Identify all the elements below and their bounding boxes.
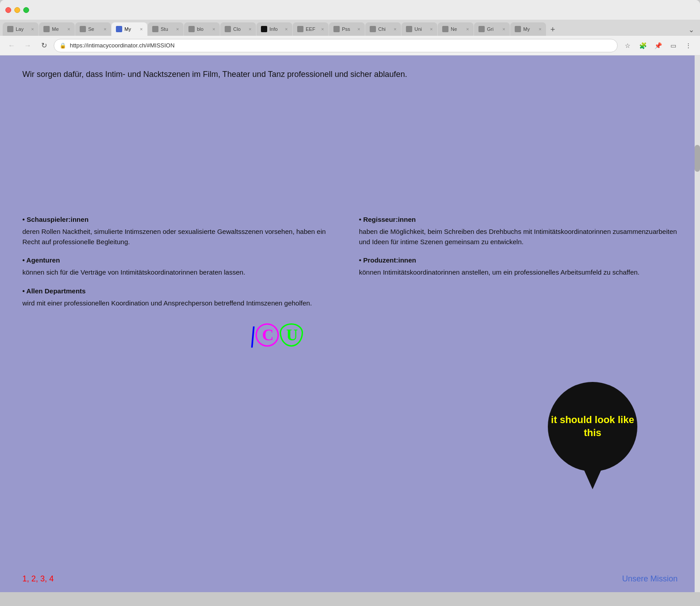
- tab-close-icon[interactable]: ×: [430, 26, 433, 32]
- tabs-bar: Lay × Me × Se × My × Stu × blo ×: [0, 20, 700, 36]
- tab-favicon: [478, 26, 485, 32]
- list-item-producers: • Produzent:innen können Intimitätskoord…: [359, 255, 678, 278]
- tab-label: EEF: [306, 26, 319, 32]
- tab-close-icon[interactable]: ×: [68, 26, 70, 32]
- browser-actions: ☆ 🧩 📌 ▭ ⋮: [621, 39, 695, 52]
- tab-close-icon[interactable]: ×: [249, 26, 252, 32]
- tab-se[interactable]: Se ×: [75, 22, 111, 36]
- bottom-bar: 1, 2, 3, 4 Unsere Mission: [0, 565, 700, 592]
- tab-favicon: [188, 26, 195, 32]
- tab-favicon: [297, 26, 303, 32]
- tab-favicon: [43, 26, 50, 32]
- tab-clo[interactable]: Clo ×: [220, 22, 256, 36]
- tab-close-icon[interactable]: ×: [213, 26, 215, 32]
- sidebar-icon[interactable]: ▭: [667, 39, 679, 52]
- tab-close-icon[interactable]: ×: [358, 26, 360, 32]
- tab-close-icon[interactable]: ×: [503, 26, 505, 32]
- tab-close-icon[interactable]: ×: [104, 26, 107, 32]
- list-item-desc-producers: können Intimitätskoordinatorinnen anstel…: [359, 267, 678, 278]
- scrollbar[interactable]: [695, 55, 700, 592]
- list-item-title-departments: • Allen Departments: [22, 286, 341, 297]
- tab-favicon: [515, 26, 521, 32]
- tab-close-icon[interactable]: ×: [31, 26, 34, 32]
- traffic-lights: [5, 7, 29, 13]
- tab-me[interactable]: Me ×: [39, 22, 75, 36]
- tab-close-icon[interactable]: ×: [394, 26, 397, 32]
- tab-favicon: [333, 26, 340, 32]
- close-button[interactable]: [5, 7, 11, 13]
- extension-icon[interactable]: 🧩: [636, 39, 649, 52]
- tab-my2[interactable]: My ×: [510, 22, 546, 36]
- list-item-title-directors: • Regisseur:innen: [359, 214, 678, 225]
- new-tab-button[interactable]: +: [546, 23, 559, 36]
- tab-close-icon[interactable]: ×: [176, 26, 179, 32]
- list-item-agencies: • Agenturen können sich für die Verträge…: [22, 255, 341, 278]
- list-item-title-actors: • Schauspieler:innen: [22, 214, 341, 225]
- pin-icon[interactable]: 📌: [652, 39, 664, 52]
- tab-label: Pss: [342, 26, 355, 32]
- tab-eef[interactable]: EEF ×: [293, 22, 329, 36]
- list-item-directors: • Regisseur:innen haben die Möglichkeit,…: [359, 214, 678, 247]
- tab-gri[interactable]: Gri ×: [474, 22, 510, 36]
- tab-label: Chi: [378, 26, 392, 32]
- tab-pss[interactable]: Pss ×: [329, 22, 365, 36]
- tab-label: Clo: [233, 26, 247, 32]
- tab-my-active[interactable]: My ×: [111, 22, 147, 36]
- bookmark-icon[interactable]: ☆: [621, 39, 634, 52]
- lock-icon: 🔒: [60, 42, 66, 49]
- page-content: Wir sorgen dafür, dass Intim- und Nackts…: [0, 55, 700, 592]
- tab-blo[interactable]: blo ×: [184, 22, 220, 36]
- logo-c: C: [256, 323, 279, 347]
- address-bar: ← → ↻ 🔒 https://intimacycoordinator.ch/#…: [0, 36, 700, 55]
- tab-favicon: [225, 26, 231, 32]
- tab-close-icon[interactable]: ×: [285, 26, 288, 32]
- logo-u: U: [280, 323, 303, 347]
- forward-button[interactable]: →: [21, 39, 34, 52]
- logo-l: |: [249, 322, 256, 348]
- back-button[interactable]: ←: [5, 39, 18, 52]
- tab-favicon: [116, 26, 122, 32]
- url-text: https://intimacycoordinator.ch/#MISSION: [70, 42, 612, 49]
- tab-stu[interactable]: Stu ×: [148, 22, 184, 36]
- maximize-button[interactable]: [23, 7, 29, 13]
- speech-bubble-container: it should look like this: [548, 382, 637, 471]
- logo-overlay: | C U: [251, 322, 303, 348]
- content-spacer: [22, 93, 678, 210]
- list-item-desc-agencies: können sich für die Verträge von Intimit…: [22, 267, 341, 278]
- tab-favicon: [7, 26, 13, 32]
- reload-button[interactable]: ↻: [38, 39, 50, 52]
- tab-label: Stu: [161, 26, 174, 32]
- tab-chi[interactable]: Chi ×: [365, 22, 401, 36]
- tab-label: Uni: [414, 26, 428, 32]
- list-item-title-agencies: • Agenturen: [22, 255, 341, 266]
- tab-info[interactable]: Info ×: [256, 22, 292, 36]
- list-item-desc-departments: wird mit einer professionellen Koordinat…: [22, 298, 341, 309]
- tab-uni[interactable]: Uni ×: [401, 22, 437, 36]
- tab-label: Se: [88, 26, 102, 32]
- tab-favicon: [261, 26, 267, 32]
- title-bar: [0, 0, 700, 20]
- pagination-text: 1, 2, 3, 4: [22, 574, 54, 584]
- tab-label: My: [523, 26, 537, 32]
- browser-window: Lay × Me × Se × My × Stu × blo ×: [0, 0, 700, 592]
- url-bar[interactable]: 🔒 https://intimacycoordinator.ch/#MISSIO…: [54, 39, 618, 52]
- tab-favicon: [80, 26, 86, 32]
- tab-favicon: [152, 26, 158, 32]
- minimize-button[interactable]: [14, 7, 20, 13]
- tab-close-icon[interactable]: ×: [466, 26, 469, 32]
- list-item-actors: • Schauspieler:innen deren Rollen Nackth…: [22, 214, 341, 247]
- tab-favicon: [406, 26, 412, 32]
- tab-close-icon[interactable]: ×: [539, 26, 542, 32]
- list-item-desc-actors: deren Rollen Nacktheit, simulierte Intim…: [22, 227, 341, 247]
- scrollbar-thumb[interactable]: [695, 145, 700, 172]
- tab-lay[interactable]: Lay ×: [3, 22, 38, 36]
- tab-ne[interactable]: Ne ×: [438, 22, 474, 36]
- tab-label: Info: [269, 26, 283, 32]
- left-column: • Schauspieler:innen deren Rollen Nackth…: [22, 214, 341, 316]
- menu-button[interactable]: ⋮: [682, 39, 695, 52]
- tab-list-button[interactable]: ⌄: [685, 23, 697, 36]
- tab-close-icon[interactable]: ×: [321, 26, 324, 32]
- tab-favicon: [442, 26, 448, 32]
- tab-label: Ne: [451, 26, 464, 32]
- tab-close-icon[interactable]: ×: [140, 26, 143, 32]
